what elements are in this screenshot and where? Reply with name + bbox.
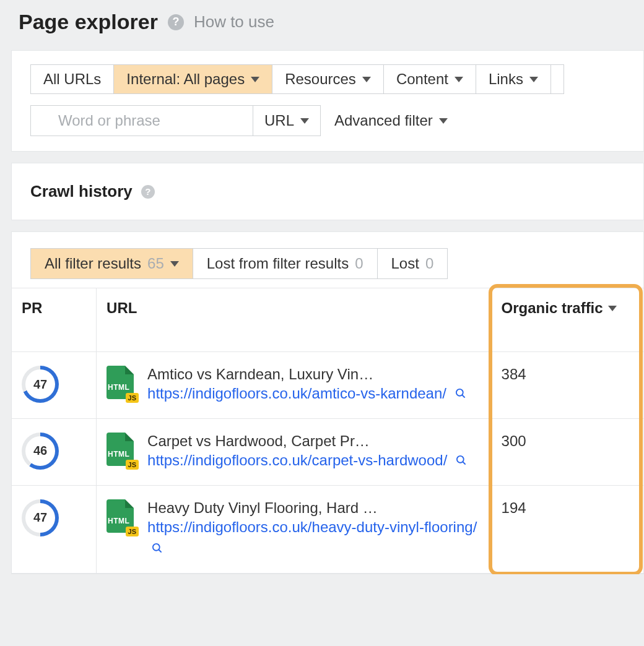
col-header-label: Organic traffic <box>502 299 603 317</box>
pr-value: 47 <box>33 377 47 392</box>
organic-traffic-cell: 300 <box>492 418 643 485</box>
svg-line-3 <box>462 395 464 398</box>
filter-panel: All URLs Internal: All pages Resources C… <box>11 50 644 152</box>
results-table: PR URL Organic traffic 47HTMLJSAmtico vs… <box>12 288 643 574</box>
tab-count: 0 <box>425 255 433 272</box>
tab-lost[interactable]: Lost 0 <box>377 248 448 279</box>
svg-line-5 <box>463 462 465 464</box>
advanced-filter-label: Advanced filter <box>334 112 433 129</box>
html-file-icon: HTMLJS <box>107 366 136 399</box>
how-to-use-link[interactable]: How to use <box>194 12 274 32</box>
tab-lost-from-filter[interactable]: Lost from filter results 0 <box>193 248 378 279</box>
page-url-link[interactable]: https://indigofloors.co.uk/carpet-vs-har… <box>147 450 482 472</box>
page-url-link[interactable]: https://indigofloors.co.uk/amtico-vs-kar… <box>147 383 482 405</box>
tab-label: All URLs <box>43 71 101 88</box>
js-badge: JS <box>126 393 139 403</box>
page-url-link[interactable]: https://indigofloors.co.uk/heavy-duty-vi… <box>147 517 482 560</box>
tab-label: Lost <box>391 255 419 272</box>
url-scope-label: URL <box>264 112 294 129</box>
table-row: 47HTMLJSAmtico vs Karndean, Luxury Vin…h… <box>12 352 643 419</box>
page-header: Page explorer ? How to use <box>0 0 644 50</box>
page-title-text: Amtico vs Karndean, Luxury Vin… <box>147 366 482 383</box>
tab-count: 0 <box>355 255 363 272</box>
tab-resources[interactable]: Resources <box>272 64 384 94</box>
chevron-down-icon <box>300 118 309 124</box>
col-header-pr[interactable]: PR <box>12 288 97 352</box>
pr-cell: 46 <box>12 418 97 485</box>
tab-content[interactable]: Content <box>383 64 476 94</box>
results-panel: All filter results 65 Lost from filter r… <box>11 231 644 574</box>
page-title-text: Carpet vs Hardwood, Carpet Pr… <box>147 433 482 450</box>
chevron-down-icon <box>439 118 448 124</box>
chevron-down-icon <box>362 77 371 82</box>
tab-label: Resources <box>285 71 356 88</box>
inspect-icon[interactable] <box>455 454 468 467</box>
table-row: 47HTMLJSHeavy Duty Vinyl Flooring, Hard … <box>12 485 643 574</box>
inspect-icon[interactable] <box>455 387 467 400</box>
search-group: URL <box>30 105 321 136</box>
svg-point-6 <box>153 544 160 551</box>
svg-point-2 <box>456 389 463 396</box>
tab-all-filter-results[interactable]: All filter results 65 <box>30 248 193 279</box>
pr-value: 46 <box>33 444 47 458</box>
crawl-history-title: Crawl history <box>30 182 133 201</box>
pr-value: 47 <box>33 510 47 525</box>
url-scope-select[interactable]: URL <box>253 105 321 136</box>
pr-ring: 47 <box>22 366 59 403</box>
chevron-down-icon <box>529 77 538 82</box>
pr-cell: 47 <box>12 485 97 574</box>
tab-internal-all-pages[interactable]: Internal: All pages <box>113 64 272 94</box>
crawl-history-title-row: Crawl history ? <box>30 182 643 201</box>
search-input[interactable] <box>30 105 253 136</box>
pr-ring: 47 <box>22 499 59 536</box>
tab-label: Internal: All pages <box>126 71 245 88</box>
chevron-down-icon <box>455 77 463 82</box>
search-wrap <box>30 105 253 136</box>
tab-label: Lost from filter results <box>207 255 349 272</box>
filter-tabs-row: All URLs Internal: All pages Resources C… <box>30 64 643 94</box>
table-row: 46HTMLJSCarpet vs Hardwood, Carpet Pr…ht… <box>12 418 643 485</box>
search-row: URL Advanced filter <box>30 105 643 136</box>
advanced-filter-button[interactable]: Advanced filter <box>334 112 448 129</box>
crawl-history-panel: Crawl history ? <box>11 163 644 220</box>
tab-more[interactable] <box>550 64 564 94</box>
pr-cell: 47 <box>12 352 97 419</box>
js-badge: JS <box>126 460 139 470</box>
tab-links[interactable]: Links <box>476 64 551 94</box>
tab-count: 65 <box>147 255 164 272</box>
page-title-text: Heavy Duty Vinyl Flooring, Hard … <box>147 499 482 517</box>
help-icon[interactable]: ? <box>168 14 184 30</box>
svg-line-7 <box>159 550 162 553</box>
col-header-organic-traffic[interactable]: Organic traffic <box>492 288 643 352</box>
tab-label: All filter results <box>45 255 141 272</box>
sort-desc-icon <box>608 306 617 311</box>
chevron-down-icon <box>251 77 259 82</box>
organic-traffic-cell: 384 <box>492 352 643 419</box>
url-cell: HTMLJSCarpet vs Hardwood, Carpet Pr…http… <box>97 418 492 485</box>
results-tabs: All filter results 65 Lost from filter r… <box>12 248 643 279</box>
chevron-down-icon <box>170 261 179 267</box>
url-cell: HTMLJSAmtico vs Karndean, Luxury Vin…htt… <box>97 352 492 419</box>
pr-ring: 46 <box>22 433 59 470</box>
js-badge: JS <box>126 527 139 536</box>
organic-traffic-cell: 194 <box>492 485 643 574</box>
tab-all-urls[interactable]: All URLs <box>30 64 114 94</box>
tab-label: Content <box>396 71 448 88</box>
col-header-url[interactable]: URL <box>97 288 492 352</box>
inspect-icon[interactable] <box>151 542 163 554</box>
url-cell: HTMLJSHeavy Duty Vinyl Flooring, Hard …h… <box>97 485 492 574</box>
page-title: Page explorer <box>19 10 158 34</box>
help-icon[interactable]: ? <box>141 185 155 199</box>
html-file-icon: HTMLJS <box>107 433 136 466</box>
svg-point-4 <box>457 456 464 463</box>
html-file-icon: HTMLJS <box>107 499 136 533</box>
tab-label: Links <box>489 71 523 88</box>
